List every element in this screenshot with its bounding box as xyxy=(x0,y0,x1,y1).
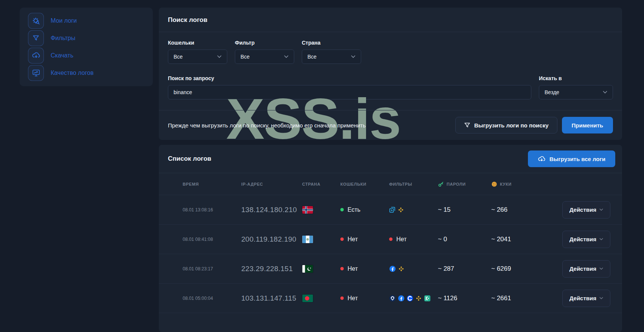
main-content: Поиск логов Кошельки Все Фильтр Все xyxy=(159,8,622,332)
logs-card-title: Список логов xyxy=(168,155,211,163)
actions-button[interactable]: Действия xyxy=(562,201,610,219)
cryptocom-icon xyxy=(389,295,396,302)
cookies-count: ~ 266 xyxy=(491,206,548,214)
column-header-cookies: КУКИ xyxy=(491,181,548,187)
log-ip-address: 200.119.182.190 xyxy=(241,235,302,244)
binance-icon xyxy=(415,295,422,302)
cookies-count: ~ 6269 xyxy=(491,265,548,273)
scope-select-value: Везде xyxy=(545,89,559,95)
status-dot-icon xyxy=(389,237,393,241)
column-header-wallets: КОШЕЛЬКИ xyxy=(340,182,389,186)
export-all-logs-button[interactable]: Выгрузить все логи xyxy=(528,150,615,167)
sidebar-item-label[interactable]: Качество логов xyxy=(51,70,93,76)
wallets-label: Кошельки xyxy=(168,40,227,46)
passwords-count: ~ 15 xyxy=(438,206,491,214)
chevron-down-icon xyxy=(351,55,355,58)
app-window-icon xyxy=(389,206,396,213)
export-search-logs-button[interactable]: Выгрузить логи по поиску xyxy=(455,117,557,133)
filters-cell xyxy=(389,206,438,213)
apply-notice-text: Прежде чем выгрузить логи по поиску, нео… xyxy=(168,122,366,129)
page: Мои логи Фильтры Скачать Качество логов … xyxy=(0,0,644,332)
cookies-count: ~ 2041 xyxy=(491,236,548,243)
status-dot-icon xyxy=(340,237,344,241)
country-field: Страна Все xyxy=(302,40,361,64)
log-ip-address: 103.131.147.115 xyxy=(241,294,302,303)
passwords-count: ~ 287 xyxy=(438,265,491,273)
scope-label: Искать в xyxy=(539,75,613,81)
passwords-count: ~ 1126 xyxy=(438,295,491,302)
country-select[interactable]: Все xyxy=(302,50,361,64)
filters-cell xyxy=(389,295,438,302)
filter-label: Фильтр xyxy=(235,40,294,46)
norway-flag-icon xyxy=(302,206,340,214)
filter-field: Фильтр Все xyxy=(235,40,294,64)
pakistan-flag-icon xyxy=(302,265,340,273)
sidebar-item-label[interactable]: Скачать xyxy=(51,52,73,59)
column-header-time: ВРЕМЯ xyxy=(183,182,241,186)
malware-search-icon[interactable] xyxy=(28,13,44,29)
table-row: 08.01 05:00:04 103.131.147.115 Нет ~ 112… xyxy=(159,284,622,313)
sidebar-item-label[interactable]: Мои логи xyxy=(51,17,77,24)
log-ip-address: 223.29.228.151 xyxy=(241,265,302,273)
chevron-down-icon xyxy=(599,267,603,270)
search-logs-card: Поиск логов Кошельки Все Фильтр Все xyxy=(159,8,622,140)
actions-button[interactable]: Действия xyxy=(562,260,610,278)
logs-table-header: ВРЕМЯ IP-АДРЕС СТРАНА КОШЕЛЬКИ ФИЛЬТРЫ П… xyxy=(159,173,622,195)
chevron-down-icon xyxy=(217,55,222,58)
status-dot-icon xyxy=(340,208,344,211)
cloud-download-icon xyxy=(538,155,546,163)
search-card-footer: Прежде чем выгрузить логи по поиску, нео… xyxy=(159,110,622,140)
coinbase-icon xyxy=(407,295,413,302)
logs-table-body: 08.01 13:08:16 138.124.180.210 Есть ~ 15… xyxy=(159,195,622,313)
wallets-status: Есть xyxy=(340,206,389,213)
filters-cell xyxy=(389,265,438,272)
search-card-header: Поиск логов xyxy=(159,8,622,32)
log-ip-address: 138.124.180.210 xyxy=(241,206,302,214)
cloud-download-icon[interactable] xyxy=(28,48,44,64)
log-time: 08.01 13:08:16 xyxy=(183,207,241,213)
wallets-status: Нет xyxy=(340,265,389,272)
wallets-select[interactable]: Все xyxy=(168,50,227,64)
sidebar-item-my-logs[interactable]: Мои логи xyxy=(28,13,144,29)
key-icon xyxy=(438,181,444,187)
chevron-down-icon xyxy=(284,55,289,58)
sidebar-item-log-quality[interactable]: Качество логов xyxy=(28,65,144,81)
wallets-field: Кошельки Все xyxy=(168,40,227,64)
column-header-filters: ФИЛЬТРЫ xyxy=(389,182,438,186)
column-header-passwords: ПАРОЛИ xyxy=(438,181,491,187)
search-card-title: Поиск логов xyxy=(168,16,207,23)
query-field: Поиск по запросу xyxy=(168,75,531,99)
scope-field: Искать в Везде xyxy=(539,75,613,99)
chevron-down-icon xyxy=(599,208,603,211)
filter-icon xyxy=(464,122,470,129)
binance-icon xyxy=(398,265,405,272)
cookies-count: ~ 2661 xyxy=(491,295,548,302)
monitor-chart-icon[interactable] xyxy=(28,65,44,81)
actions-button[interactable]: Действия xyxy=(562,290,610,307)
table-row: 08.01 08:41:08 200.119.182.190 Нет Нет ~… xyxy=(159,225,622,254)
facebook-icon xyxy=(398,295,405,302)
sidebar-item-download[interactable]: Скачать xyxy=(28,48,144,64)
table-row: 08.01 13:08:16 138.124.180.210 Есть ~ 15… xyxy=(159,195,622,225)
search-query-input[interactable] xyxy=(168,85,531,99)
facebook-icon xyxy=(389,265,396,272)
chevron-down-icon xyxy=(599,238,603,240)
sidebar: Мои логи Фильтры Скачать Качество логов xyxy=(20,8,153,86)
scope-select[interactable]: Везде xyxy=(539,85,613,99)
column-header-country: СТРАНА xyxy=(302,182,340,186)
cookie-icon xyxy=(491,181,497,187)
search-form: Кошельки Все Фильтр Все xyxy=(159,32,622,99)
apply-button[interactable]: Применить xyxy=(562,117,613,133)
filters-cell: Нет xyxy=(389,236,438,243)
log-time: 08.01 08:41:08 xyxy=(183,237,241,242)
filter-icon[interactable] xyxy=(28,30,44,46)
filter-select[interactable]: Все xyxy=(235,50,294,64)
actions-button[interactable]: Действия xyxy=(562,231,610,248)
country-label: Страна xyxy=(302,40,361,46)
wallets-status: Нет xyxy=(340,236,389,243)
status-dot-icon xyxy=(340,267,344,270)
sidebar-item-label[interactable]: Фильтры xyxy=(51,35,75,42)
logs-list-card: Список логов Выгрузить все логи ВРЕМЯ IP… xyxy=(159,145,622,332)
sidebar-item-filters[interactable]: Фильтры xyxy=(28,30,144,47)
binance-icon xyxy=(397,206,404,213)
